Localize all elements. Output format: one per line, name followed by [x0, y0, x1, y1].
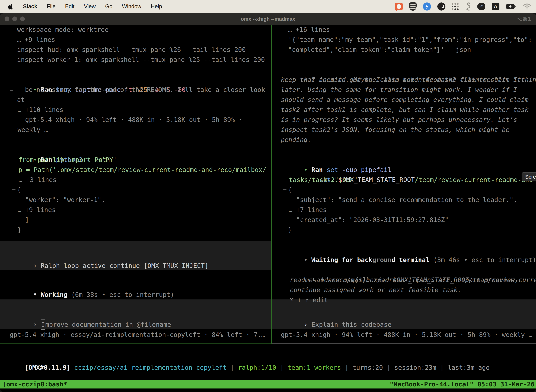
code-connector — [283, 189, 287, 190]
window-shortcut-hint: ⌥⌘1 — [516, 13, 531, 25]
output-line: weekly … — [18, 125, 48, 135]
thinking-line: inspect task2's JSON, focusing on the st… — [281, 125, 509, 135]
badge-61-icon[interactable]: ..61 — [477, 3, 485, 10]
screen-tooltip: Scre — [522, 172, 536, 182]
separator: | — [280, 364, 284, 371]
separator: | — [387, 364, 391, 371]
tmux-session-name: [omx-cczip0:bash* — [0, 381, 67, 388]
waiting-meta: (3m 46s • esc to interrupt) — [430, 256, 536, 263]
ran-tmux-line: • Ran tmux capture-pane -t %25 -p -S -80 — [3, 75, 186, 85]
omx-status-line: [OMX#0.11.9] cczip/essay/ai-reimplementa… — [2, 352, 490, 363]
omx-turns: turns:20 — [349, 364, 387, 371]
omx-ralph: ralph:1/10 — [234, 364, 280, 371]
output-line: … +9 lines — [18, 205, 56, 215]
code-line: from pathlib import Path — [19, 155, 110, 165]
menu-item-view[interactable]: View — [79, 3, 100, 10]
bullet-icon: • — [33, 291, 41, 298]
chat-app-icon[interactable] — [395, 3, 403, 10]
left-pane-status: gpt-5.4 xhigh · essay/ai-reimplementatio… — [10, 330, 265, 340]
output-line: ] — [25, 215, 29, 225]
code-line: tasks/task-2.json" — [289, 175, 358, 185]
code-line: cat "$OMX_TEAM_STATE_ROOT/team/review-cu… — [289, 165, 536, 175]
output-connector — [10, 90, 13, 91]
output-line: } — [288, 225, 292, 235]
crescent-icon[interactable] — [437, 2, 445, 10]
working-label: Working — [41, 291, 67, 298]
dot-grid-icon[interactable] — [452, 3, 459, 10]
thinking-line: task2 after task1 is complete, but can I… — [281, 105, 529, 115]
ran-python-line: • Ran python3 - <<'PY' — [3, 145, 117, 155]
omx-repo: cczip/essay/ai-reimplementation-copyleft — [70, 364, 230, 371]
output-line: "completed","claim_token":"claim-token"}… — [288, 45, 471, 55]
working-status-line: • Working (6m 38s • esc to interrupt) — [3, 280, 174, 289]
thinking-line: • I need to get the claim token from the… — [273, 65, 536, 75]
mailbox-msg-line: readme-and-reco/mailbox/worker-1.json, a… — [290, 275, 518, 285]
placeholder-text: mprove documentation in @filename — [45, 321, 171, 328]
waiting-label-shimmer: groun — [373, 256, 392, 263]
separator: | — [345, 364, 349, 371]
ralph-loop-text: Ralph loop active continue [OMX_TMUX_INJ… — [41, 262, 209, 269]
input-source-icon[interactable]: A — [492, 3, 499, 10]
menu-item-help[interactable]: Help — [146, 3, 167, 10]
apple-menu[interactable] — [6, 3, 18, 10]
output-line: } — [18, 225, 21, 235]
menu-item-slack[interactable]: Slack — [18, 3, 42, 10]
battery-icon[interactable] — [506, 4, 517, 9]
hud-line: workspace_mode: worktree — [17, 25, 109, 35]
bullet-icon: • — [304, 256, 311, 263]
output-connector — [10, 86, 10, 91]
more-lines: … +7 lines — [289, 205, 327, 215]
waiting-label: d terminal — [392, 256, 430, 263]
omx-team: team:1 workers — [284, 364, 345, 371]
squiggle-icon[interactable] — [465, 2, 471, 11]
menu-item-edit[interactable]: Edit — [60, 3, 79, 10]
hud-line: inspect_worker-1: omx sparkshell --tmux-… — [17, 55, 265, 65]
output-line: be necessary for the end of the README. … — [25, 85, 265, 95]
edit-shortcut-hint: ⌥ + ↑ edit — [290, 295, 328, 305]
terminal-window: omx --xhigh --madmax ⌥⌘1 workspace_mode:… — [0, 13, 536, 392]
thinking-line: pending. — [281, 135, 311, 145]
menu-item-go[interactable]: Go — [100, 3, 117, 10]
omx-version: [OMX#0.11.9] — [25, 364, 70, 371]
right-pane-border — [272, 344, 536, 344]
screen: Slack File Edit View Go Window Help — [0, 0, 536, 392]
pane-divider[interactable] — [271, 25, 272, 344]
hud-line: inspect_hud: omx sparkshell --tmux-pane … — [17, 45, 246, 55]
right-pane-status: gpt-5.4 xhigh · 94% left · 488K in · 5.1… — [281, 330, 532, 340]
output-line: "worker": "worker-1", — [25, 195, 105, 205]
path-token: /team/review-current-readme-and-reco/ — [415, 176, 536, 183]
mailbox-msg-line: ↳ 1 new msg(s): read $OMX_TEAM_STATE_ROO… — [282, 265, 536, 275]
prompt-chevron-icon: › — [33, 262, 41, 269]
left-pane-border — [0, 344, 271, 344]
more-lines: … +16 lines — [288, 25, 330, 35]
text-cursor: I — [41, 319, 46, 330]
menu-item-file[interactable]: File — [42, 3, 60, 10]
hud-line: … +9 lines — [17, 35, 55, 45]
working-meta: (6m 38s • esc to interrupt) — [67, 291, 174, 298]
window-title-bar: omx --xhigh --madmax ⌥⌘1 — [0, 13, 536, 25]
code-connector — [12, 189, 15, 190]
menu-item-window[interactable]: Window — [117, 3, 146, 10]
left-prompt-input[interactable]: › Improve documentation in @filename — [3, 309, 171, 319]
output-line: gpt-5.4 xhigh · 94% left · 488K in · 5.1… — [25, 115, 242, 125]
more-lines: … +3 lines — [19, 175, 57, 185]
placeholder-text: Explain this codebase — [311, 321, 392, 328]
right-prompt-input[interactable]: › Explain this codebase — [273, 309, 392, 319]
macos-menu-bar: Slack File Edit View Go Window Help — [0, 0, 536, 13]
shield-grid-icon[interactable] — [409, 2, 416, 11]
prompt-chevron-icon: › — [304, 321, 311, 328]
separator: | — [230, 364, 234, 371]
thinking-line: keep that in mind. Maybe I also need the… — [281, 75, 521, 85]
wifi-icon[interactable] — [523, 3, 531, 10]
tmux-status-bar: [omx-cczip0:bash* "MacBook-Pro-44.local"… — [0, 380, 536, 388]
ralph-loop-banner: › Ralph loop active continue [OMX_TMUX_I… — [3, 251, 208, 261]
output-line: at — [17, 95, 25, 105]
blue-bolt-icon[interactable] — [423, 2, 431, 10]
code-connector — [283, 165, 283, 190]
output-line: { — [17, 185, 21, 195]
omx-session: session:23m — [391, 364, 440, 371]
tmux-host-clock: "MacBook-Pro-44.local" 05:03 31-Mar-26 — [390, 381, 536, 388]
window-title: omx --xhigh --madmax — [0, 13, 536, 25]
thinking-line: later. Using the same for transition mig… — [281, 85, 517, 95]
waiting-status-line: • Waiting for background terminal (3m 46… — [273, 245, 536, 255]
